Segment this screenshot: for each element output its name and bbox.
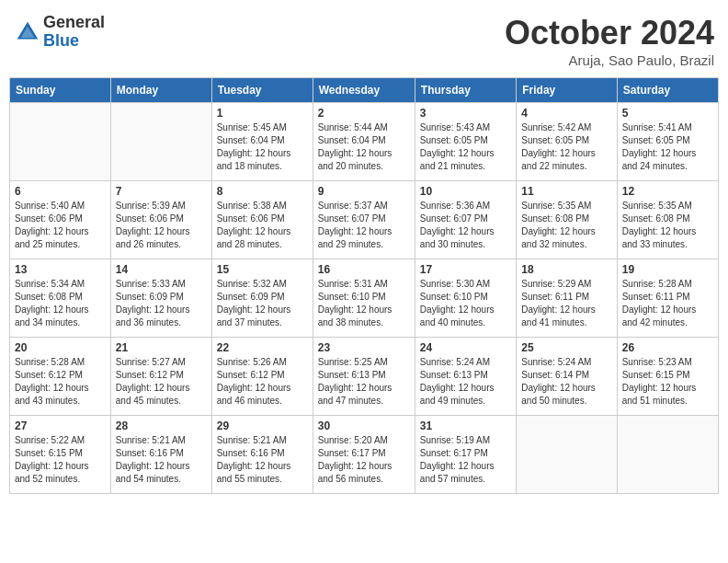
day-info: Sunrise: 5:24 AM Sunset: 6:13 PM Dayligh…: [420, 356, 511, 408]
day-number: 28: [116, 419, 207, 432]
day-info: Sunrise: 5:20 AM Sunset: 6:17 PM Dayligh…: [318, 434, 410, 486]
day-number: 21: [116, 341, 207, 354]
weekday-header: Wednesday: [313, 78, 415, 103]
calendar-day-cell: 19Sunrise: 5:28 AM Sunset: 6:11 PM Dayli…: [617, 259, 718, 338]
calendar-day-cell: 28Sunrise: 5:21 AM Sunset: 6:16 PM Dayli…: [110, 416, 211, 494]
day-number: 9: [318, 185, 410, 198]
day-number: 15: [217, 263, 308, 276]
calendar-day-cell: 26Sunrise: 5:23 AM Sunset: 6:15 PM Dayli…: [617, 338, 718, 416]
day-number: 13: [15, 263, 106, 276]
day-number: 22: [217, 341, 308, 354]
weekday-header: Saturday: [617, 78, 718, 103]
calendar-week-row: 6Sunrise: 5:40 AM Sunset: 6:06 PM Daylig…: [10, 181, 719, 259]
calendar-week-row: 1Sunrise: 5:45 AM Sunset: 6:04 PM Daylig…: [10, 103, 719, 181]
calendar-day-cell: 13Sunrise: 5:34 AM Sunset: 6:08 PM Dayli…: [10, 259, 111, 338]
calendar-day-cell: 14Sunrise: 5:33 AM Sunset: 6:09 PM Dayli…: [110, 259, 211, 338]
day-number: 5: [622, 107, 713, 120]
calendar-day-cell: 12Sunrise: 5:35 AM Sunset: 6:08 PM Dayli…: [617, 181, 718, 259]
day-info: Sunrise: 5:21 AM Sunset: 6:16 PM Dayligh…: [116, 434, 207, 486]
day-info: Sunrise: 5:35 AM Sunset: 6:08 PM Dayligh…: [521, 200, 611, 251]
calendar-day-cell: [517, 416, 617, 494]
logo: General Blue: [14, 14, 105, 51]
day-number: 14: [116, 263, 207, 276]
month-title: October 2024: [505, 14, 714, 52]
day-number: 3: [420, 107, 511, 120]
calendar-day-cell: [10, 103, 111, 181]
calendar-day-cell: 10Sunrise: 5:36 AM Sunset: 6:07 PM Dayli…: [415, 181, 516, 259]
day-info: Sunrise: 5:31 AM Sunset: 6:10 PM Dayligh…: [318, 278, 410, 329]
day-number: 7: [116, 185, 207, 198]
calendar-day-cell: 22Sunrise: 5:26 AM Sunset: 6:12 PM Dayli…: [211, 338, 313, 416]
day-number: 8: [217, 185, 308, 198]
day-info: Sunrise: 5:34 AM Sunset: 6:08 PM Dayligh…: [15, 278, 106, 329]
day-info: Sunrise: 5:40 AM Sunset: 6:06 PM Dayligh…: [15, 200, 106, 251]
weekday-header: Thursday: [415, 78, 516, 103]
day-number: 26: [622, 341, 713, 354]
calendar-day-cell: 9Sunrise: 5:37 AM Sunset: 6:07 PM Daylig…: [313, 181, 415, 259]
day-number: 23: [318, 341, 410, 354]
weekday-header: Friday: [517, 78, 617, 103]
calendar-week-row: 27Sunrise: 5:22 AM Sunset: 6:15 PM Dayli…: [10, 416, 719, 494]
calendar-day-cell: 3Sunrise: 5:43 AM Sunset: 6:05 PM Daylig…: [415, 103, 516, 181]
day-info: Sunrise: 5:37 AM Sunset: 6:07 PM Dayligh…: [318, 200, 410, 251]
calendar-day-cell: 8Sunrise: 5:38 AM Sunset: 6:06 PM Daylig…: [211, 181, 313, 259]
calendar-day-cell: 5Sunrise: 5:41 AM Sunset: 6:05 PM Daylig…: [617, 103, 718, 181]
calendar-day-cell: 24Sunrise: 5:24 AM Sunset: 6:13 PM Dayli…: [415, 338, 516, 416]
logo-icon: [14, 18, 41, 46]
calendar-day-cell: [617, 416, 718, 494]
day-info: Sunrise: 5:23 AM Sunset: 6:15 PM Dayligh…: [622, 356, 713, 408]
day-number: 17: [420, 263, 511, 276]
calendar-day-cell: 17Sunrise: 5:30 AM Sunset: 6:10 PM Dayli…: [415, 259, 516, 338]
logo-text: General Blue: [43, 14, 105, 51]
day-info: Sunrise: 5:29 AM Sunset: 6:11 PM Dayligh…: [521, 278, 611, 329]
calendar-table: SundayMondayTuesdayWednesdayThursdayFrid…: [9, 77, 719, 494]
weekday-header: Sunday: [10, 78, 111, 103]
calendar-day-cell: 31Sunrise: 5:19 AM Sunset: 6:17 PM Dayli…: [415, 416, 516, 494]
calendar-day-cell: 2Sunrise: 5:44 AM Sunset: 6:04 PM Daylig…: [313, 103, 415, 181]
calendar-header-row: SundayMondayTuesdayWednesdayThursdayFrid…: [10, 78, 719, 103]
calendar-day-cell: 21Sunrise: 5:27 AM Sunset: 6:12 PM Dayli…: [110, 338, 211, 416]
day-number: 2: [318, 107, 410, 120]
location-text: Aruja, Sao Paulo, Brazil: [505, 52, 714, 68]
day-number: 6: [15, 185, 106, 198]
calendar-day-cell: [110, 103, 211, 181]
day-number: 16: [318, 263, 410, 276]
calendar-day-cell: 6Sunrise: 5:40 AM Sunset: 6:06 PM Daylig…: [10, 181, 111, 259]
day-number: 4: [521, 107, 611, 120]
day-info: Sunrise: 5:22 AM Sunset: 6:15 PM Dayligh…: [15, 434, 106, 486]
calendar-day-cell: 16Sunrise: 5:31 AM Sunset: 6:10 PM Dayli…: [313, 259, 415, 338]
day-number: 31: [420, 419, 511, 432]
day-info: Sunrise: 5:32 AM Sunset: 6:09 PM Dayligh…: [217, 278, 308, 329]
calendar-day-cell: 15Sunrise: 5:32 AM Sunset: 6:09 PM Dayli…: [211, 259, 313, 338]
day-number: 11: [521, 185, 611, 198]
day-info: Sunrise: 5:45 AM Sunset: 6:04 PM Dayligh…: [217, 121, 308, 173]
day-info: Sunrise: 5:36 AM Sunset: 6:07 PM Dayligh…: [420, 200, 511, 251]
day-info: Sunrise: 5:24 AM Sunset: 6:14 PM Dayligh…: [521, 356, 611, 408]
day-number: 1: [217, 107, 308, 120]
title-block: October 2024 Aruja, Sao Paulo, Brazil: [505, 14, 714, 68]
logo-blue-text: Blue: [43, 32, 105, 51]
day-info: Sunrise: 5:25 AM Sunset: 6:13 PM Dayligh…: [318, 356, 410, 408]
calendar-day-cell: 18Sunrise: 5:29 AM Sunset: 6:11 PM Dayli…: [517, 259, 617, 338]
day-number: 10: [420, 185, 511, 198]
page-header: General Blue October 2024 Aruja, Sao Pau…: [9, 9, 719, 68]
day-number: 20: [15, 341, 106, 354]
calendar-day-cell: 7Sunrise: 5:39 AM Sunset: 6:06 PM Daylig…: [110, 181, 211, 259]
day-number: 30: [318, 419, 410, 432]
weekday-header: Monday: [110, 78, 211, 103]
day-number: 12: [622, 185, 713, 198]
calendar-day-cell: 27Sunrise: 5:22 AM Sunset: 6:15 PM Dayli…: [10, 416, 111, 494]
day-info: Sunrise: 5:39 AM Sunset: 6:06 PM Dayligh…: [116, 200, 207, 251]
day-number: 25: [521, 341, 611, 354]
calendar-day-cell: 25Sunrise: 5:24 AM Sunset: 6:14 PM Dayli…: [517, 338, 617, 416]
day-info: Sunrise: 5:41 AM Sunset: 6:05 PM Dayligh…: [622, 121, 713, 173]
day-number: 27: [15, 419, 106, 432]
day-info: Sunrise: 5:30 AM Sunset: 6:10 PM Dayligh…: [420, 278, 511, 329]
day-info: Sunrise: 5:35 AM Sunset: 6:08 PM Dayligh…: [622, 200, 713, 251]
day-number: 24: [420, 341, 511, 354]
calendar-week-row: 20Sunrise: 5:28 AM Sunset: 6:12 PM Dayli…: [10, 338, 719, 416]
calendar-day-cell: 20Sunrise: 5:28 AM Sunset: 6:12 PM Dayli…: [10, 338, 111, 416]
day-info: Sunrise: 5:42 AM Sunset: 6:05 PM Dayligh…: [521, 121, 611, 173]
day-info: Sunrise: 5:26 AM Sunset: 6:12 PM Dayligh…: [217, 356, 308, 408]
day-info: Sunrise: 5:33 AM Sunset: 6:09 PM Dayligh…: [116, 278, 207, 329]
